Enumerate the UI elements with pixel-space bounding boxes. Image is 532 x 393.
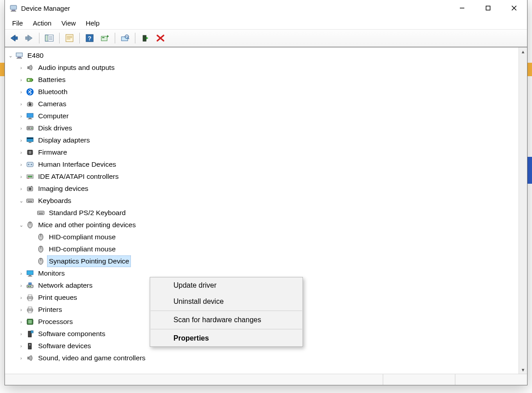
svg-rect-49 <box>29 151 31 154</box>
context-menu-scan[interactable]: Scan for hardware changes <box>150 312 303 328</box>
chevron-down-icon[interactable]: ⌄ <box>7 51 14 60</box>
toolbar-properties-button[interactable] <box>62 32 77 44</box>
chevron-right-icon[interactable]: › <box>17 281 25 290</box>
tree-item[interactable]: ›Human Interface Devices <box>7 158 519 170</box>
tree-item-label: Firmware <box>36 147 69 158</box>
toolbar-forward-button[interactable] <box>22 32 36 44</box>
chevron-right-icon[interactable]: › <box>17 317 25 327</box>
menu-view[interactable]: View <box>57 18 80 28</box>
svg-point-43 <box>31 127 33 129</box>
vertical-scrollbar[interactable]: ▲ ▼ <box>519 48 527 374</box>
monitor2-icon <box>26 269 35 278</box>
minimize-button[interactable] <box>449 0 475 17</box>
svg-point-58 <box>31 164 32 165</box>
tree-item[interactable]: ⌄E480 <box>7 49 519 61</box>
svg-rect-76 <box>42 212 43 213</box>
scroll-up-arrow-icon[interactable]: ▲ <box>519 48 527 56</box>
close-button[interactable] <box>501 0 527 17</box>
tree-item[interactable]: ›Audio inputs and outputs <box>7 61 519 73</box>
tree-item[interactable]: ›Cameras <box>7 98 519 110</box>
svg-rect-30 <box>17 58 22 59</box>
chevron-right-icon[interactable]: › <box>17 147 25 157</box>
chevron-right-icon[interactable]: › <box>17 184 25 194</box>
svg-rect-68 <box>30 200 30 201</box>
tree-item[interactable]: ›Disk drives <box>7 122 519 134</box>
maximize-button[interactable] <box>475 0 501 17</box>
tree-item[interactable]: ›Display adapters <box>7 134 519 146</box>
menu-help[interactable]: Help <box>81 18 104 28</box>
chevron-right-icon[interactable]: › <box>17 123 25 133</box>
keyboard-icon <box>26 196 35 205</box>
scroll-down-arrow-icon[interactable]: ▼ <box>519 366 527 374</box>
tree-item[interactable]: HID-compliant mouse <box>7 243 519 255</box>
svg-rect-77 <box>43 212 43 213</box>
chevron-right-icon[interactable]: › <box>17 160 25 169</box>
chevron-right-icon[interactable]: › <box>17 99 25 109</box>
svg-point-34 <box>28 79 30 81</box>
svg-rect-60 <box>28 176 32 177</box>
chevron-right-icon[interactable]: › <box>17 75 25 85</box>
toolbar-disable-device-button[interactable] <box>153 32 168 44</box>
chevron-right-icon[interactable]: › <box>17 111 25 121</box>
chevron-right-icon[interactable]: › <box>17 172 25 181</box>
display-icon <box>26 136 35 145</box>
toolbar-scan-button[interactable] <box>118 32 132 44</box>
chevron-right-icon[interactable]: › <box>17 268 25 278</box>
svg-rect-71 <box>28 201 32 202</box>
context-menu-uninstall-device[interactable]: Uninstall device <box>150 294 303 310</box>
svg-rect-8 <box>26 37 28 39</box>
tree-item[interactable]: HID-compliant mouse <box>7 231 519 243</box>
tree-item-label: HID-compliant mouse <box>47 243 117 255</box>
context-menu-properties[interactable]: Properties <box>150 330 303 346</box>
toolbar-enable-device-button[interactable] <box>138 32 152 44</box>
tree-item[interactable]: ›Imaging devices <box>7 182 519 194</box>
tree-item-label: Imaging devices <box>36 183 90 194</box>
svg-rect-107 <box>28 343 31 349</box>
menu-action[interactable]: Action <box>28 18 56 28</box>
speaker-icon <box>26 354 35 363</box>
svg-rect-40 <box>29 118 31 119</box>
chevron-down-icon[interactable]: ⌄ <box>17 220 25 230</box>
ide-icon <box>26 172 35 181</box>
toolbar-update-driver-button[interactable] <box>98 32 112 44</box>
svg-rect-46 <box>27 138 33 139</box>
context-menu-update-driver[interactable]: Update driver <box>150 277 303 294</box>
chevron-down-icon[interactable]: ⌄ <box>17 196 25 206</box>
tree-item[interactable]: ›Bluetooth <box>7 86 519 98</box>
menu-file[interactable]: File <box>8 18 27 28</box>
tree-item[interactable]: Synaptics Pointing Device <box>7 255 519 267</box>
svg-rect-83 <box>27 271 33 275</box>
tree-item[interactable]: ›Batteries <box>7 73 519 86</box>
toolbar-console-tree-button[interactable] <box>42 32 56 44</box>
svg-rect-28 <box>16 53 22 56</box>
tree-item-label: Audio inputs and outputs <box>36 62 117 73</box>
context-menu-separator <box>151 329 302 329</box>
tree-item[interactable]: Standard PS/2 Keyboard <box>7 207 519 219</box>
tree-item[interactable]: ›IDE ATA/ATAPI controllers <box>7 170 519 182</box>
svg-rect-75 <box>40 212 41 213</box>
chevron-right-icon[interactable]: › <box>17 341 25 351</box>
tree-item[interactable]: ›Firmware <box>7 146 519 158</box>
tree-item[interactable]: ›Sound, video and game controllers <box>7 352 519 364</box>
svg-rect-7 <box>15 37 17 39</box>
toolbar-help-button[interactable]: ? <box>82 32 97 44</box>
toolbar-separator <box>39 33 39 43</box>
toolbar-back-button[interactable] <box>7 32 21 44</box>
svg-rect-41 <box>28 119 32 119</box>
svg-text:?: ? <box>88 35 91 42</box>
chevron-right-icon[interactable]: › <box>17 353 25 363</box>
bluetooth-icon <box>26 87 35 96</box>
chevron-right-icon[interactable]: › <box>17 329 25 339</box>
tree-item[interactable]: ⌄Mice and other pointing devices <box>7 219 519 231</box>
tree-item[interactable]: ⌄Keyboards <box>7 194 519 207</box>
chevron-right-icon[interactable]: › <box>17 135 25 145</box>
chevron-right-icon[interactable]: › <box>17 63 25 73</box>
chevron-right-icon[interactable]: › <box>17 87 25 97</box>
chevron-right-icon[interactable]: › <box>17 305 25 315</box>
chevron-right-icon[interactable]: › <box>17 293 25 302</box>
svg-rect-65 <box>27 199 34 203</box>
svg-point-57 <box>28 164 30 165</box>
svg-rect-44 <box>28 127 30 129</box>
svg-point-63 <box>29 187 31 190</box>
tree-item[interactable]: ›Computer <box>7 110 519 122</box>
